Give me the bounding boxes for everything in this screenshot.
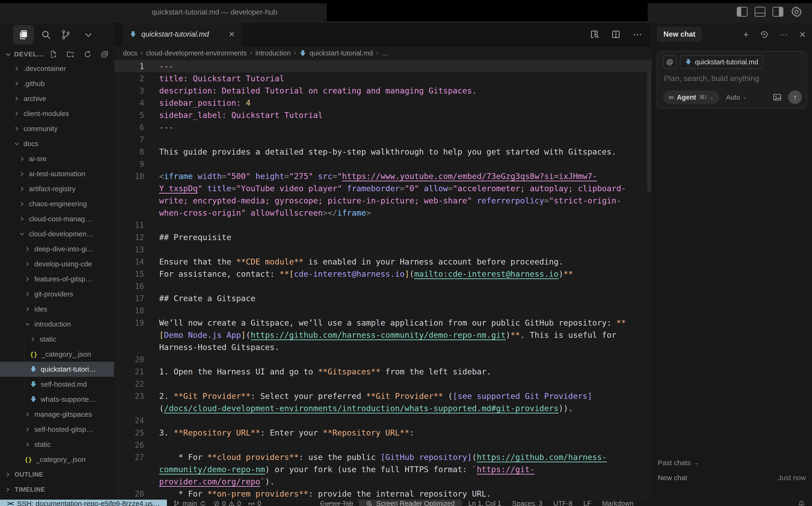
tree-item-introduction[interactable]: introduction xyxy=(0,317,114,332)
tree-item-quickstart-tutori-[interactable]: quickstart-tutori… xyxy=(0,362,114,377)
tree-item-develop-using-cde[interactable]: develop-using-cde xyxy=(0,257,114,271)
add-context-button[interactable]: @ xyxy=(663,55,677,69)
git-branch-status[interactable]: main xyxy=(173,500,206,506)
tree-item-static[interactable]: static xyxy=(0,332,114,347)
eol-status[interactable]: LF xyxy=(583,500,591,506)
tree-item-cloud-cost-manag-[interactable]: cloud-cost-manag… xyxy=(0,212,114,227)
remote-indicator[interactable]: >< SSH: documentation-repo-e5ifp9-8rzze4… xyxy=(0,500,167,506)
tree-item--category-json[interactable]: {}_category_.json xyxy=(0,347,114,362)
tree-item--category-json[interactable]: {}_category_.json xyxy=(0,452,114,467)
screen-reader-status[interactable]: Screen Reader Optimized xyxy=(359,500,462,506)
chevron-right-icon xyxy=(24,426,30,432)
new-file-icon[interactable] xyxy=(49,50,58,59)
open-preview-icon[interactable] xyxy=(589,29,599,39)
sidebar-panel-outline[interactable]: OUTLINE xyxy=(0,467,114,482)
toggle-right-sidebar-icon[interactable] xyxy=(772,7,783,17)
editor-more-actions-icon[interactable]: ⋯ xyxy=(633,29,643,40)
chat-tab-new-chat[interactable]: New chat xyxy=(657,26,702,42)
chat-history-icon[interactable] xyxy=(759,30,769,39)
code-line-7: 7 xyxy=(115,134,651,146)
tree-item--github[interactable]: .github xyxy=(0,76,114,91)
indentation-status[interactable]: Spaces: 3 xyxy=(512,500,542,506)
code-line-11: 11 xyxy=(115,219,651,231)
tree-item-static[interactable]: static xyxy=(0,437,114,452)
code-line-4: 4sidebar_position: 4 xyxy=(115,97,651,109)
markdown-file-icon xyxy=(299,50,306,57)
tree-item-self-hosted-md[interactable]: self-hosted.md xyxy=(0,377,114,392)
chat-input-placeholder[interactable]: Plan, search, build anything xyxy=(664,74,759,83)
breadcrumb-item[interactable]: quickstart-tutorial.md xyxy=(310,49,373,57)
encoding-status[interactable]: UTF-8 xyxy=(553,500,573,506)
tree-item-docs[interactable]: docs xyxy=(0,136,114,151)
tree-item-artifact-registry[interactable]: artifact-registry xyxy=(0,181,114,196)
problems-status[interactable]: 0 0 xyxy=(213,500,241,506)
tree-item--devcontainer[interactable]: .devcontainer xyxy=(0,61,114,76)
tree-item-client-modules[interactable]: client-modules xyxy=(0,106,114,121)
collapse-all-icon[interactable] xyxy=(100,50,109,59)
ports-status[interactable]: 0 xyxy=(248,500,261,506)
breadcrumb-item[interactable]: introduction xyxy=(255,49,291,57)
refresh-icon[interactable] xyxy=(83,50,92,59)
branch-name: main xyxy=(182,500,197,506)
tree-item-label: cloud-developmen… xyxy=(29,230,93,238)
sidebar-panel-timeline[interactable]: TIMELINE xyxy=(0,482,114,497)
chevron-down-icon: ⌄ xyxy=(710,94,714,100)
breadcrumb-item[interactable]: docs xyxy=(123,49,137,57)
line-number: 2 xyxy=(115,74,144,83)
past-chats-toggle[interactable]: Past chats ⌄ xyxy=(652,455,812,470)
tree-item-self-hosted-gitsp-[interactable]: self-hosted-gitsp… xyxy=(0,422,114,437)
language-mode[interactable]: Markdown xyxy=(602,500,634,506)
breadcrumb-item[interactable]: … xyxy=(381,49,388,57)
model-selector[interactable]: Auto ⌄ xyxy=(726,93,747,101)
split-editor-icon[interactable] xyxy=(611,29,621,39)
cursor-position[interactable]: Ln 1, Col 1 xyxy=(468,500,501,506)
chevron-right-icon xyxy=(5,472,11,478)
code-line-19: 19We’ll now create a Gitspace, we’ll use… xyxy=(115,317,651,329)
tree-item-whats-supporte-[interactable]: whats-supporte… xyxy=(0,392,114,407)
line-number: 18 xyxy=(115,306,144,315)
tree-item-chaos-engineering[interactable]: chaos-engineering xyxy=(0,196,114,212)
settings-gear-icon[interactable] xyxy=(790,6,803,18)
chat-more-icon[interactable]: ⋯ xyxy=(780,30,789,39)
line-number: 5 xyxy=(115,111,144,120)
tree-item-community[interactable]: community xyxy=(0,121,114,136)
tree-item-ides[interactable]: ides xyxy=(0,302,114,317)
more-views-chevron-icon[interactable] xyxy=(78,25,99,45)
attach-image-icon[interactable] xyxy=(772,92,782,102)
tree-item-cloud-developmen-[interactable]: cloud-developmen… xyxy=(0,227,114,242)
chat-close-icon[interactable]: ✕ xyxy=(799,30,806,39)
tree-item-deep-dive-into-gi-[interactable]: deep-dive-into-gi… xyxy=(0,242,114,257)
tree-item-features-of-gitsp-[interactable]: features-of-gitsp… xyxy=(0,271,114,286)
tree-item-manage-gitspaces[interactable]: manage-gitspaces xyxy=(0,407,114,422)
new-folder-icon[interactable] xyxy=(66,50,75,59)
editor-code-area[interactable]: 1---2title: Quickstart Tutorial3descript… xyxy=(115,60,651,499)
toggle-left-sidebar-icon[interactable] xyxy=(737,7,748,17)
toggle-bottom-panel-icon[interactable] xyxy=(755,7,765,17)
search-icon[interactable] xyxy=(36,25,57,45)
tab-close-icon[interactable]: ✕ xyxy=(228,30,235,39)
explorer-section-header[interactable]: DEVEL… xyxy=(0,47,114,61)
context-file-chip[interactable]: quickstart-tutorial.md xyxy=(680,55,763,69)
tree-item-ai-sre[interactable]: ai-sre xyxy=(0,151,114,166)
new-chat-plus-icon[interactable]: + xyxy=(743,29,748,40)
mode-selector[interactable]: ∞ Agent ⌘I ⌄ xyxy=(663,90,719,104)
screen-reader-label: Screen Reader Optimized xyxy=(376,500,455,506)
sync-icon xyxy=(200,500,206,506)
tree-item-ai-test-automation[interactable]: ai-test-automation xyxy=(0,166,114,181)
explorer-icon[interactable] xyxy=(13,25,34,45)
chat-input-box[interactable]: @ quickstart-tutorial.md Plan, search, b… xyxy=(657,51,807,109)
send-button[interactable]: ↑ xyxy=(788,90,802,104)
notifications-bell-icon[interactable] xyxy=(798,500,805,506)
window-title: quickstart-tutorial.md — developer-hub xyxy=(152,8,277,16)
tree-item-git-providers[interactable]: git-providers xyxy=(0,286,114,302)
line-number: 23 xyxy=(115,392,144,401)
tree-item-archive[interactable]: archive xyxy=(0,91,114,106)
title-bar: quickstart-tutorial.md — developer-hub xyxy=(0,0,812,22)
tab-quickstart-tutorial[interactable]: quickstart-tutorial.md ✕ xyxy=(123,23,242,46)
cursor-tab-status[interactable]: Cursor Tab xyxy=(320,500,353,506)
breadcrumb-item[interactable]: cloud-development-environments xyxy=(146,49,247,57)
chat-history-item[interactable]: New chatJust now xyxy=(652,470,812,485)
tree-item-label: docs xyxy=(23,140,38,148)
chevron-right-icon xyxy=(19,201,25,207)
source-control-icon[interactable] xyxy=(56,25,76,45)
